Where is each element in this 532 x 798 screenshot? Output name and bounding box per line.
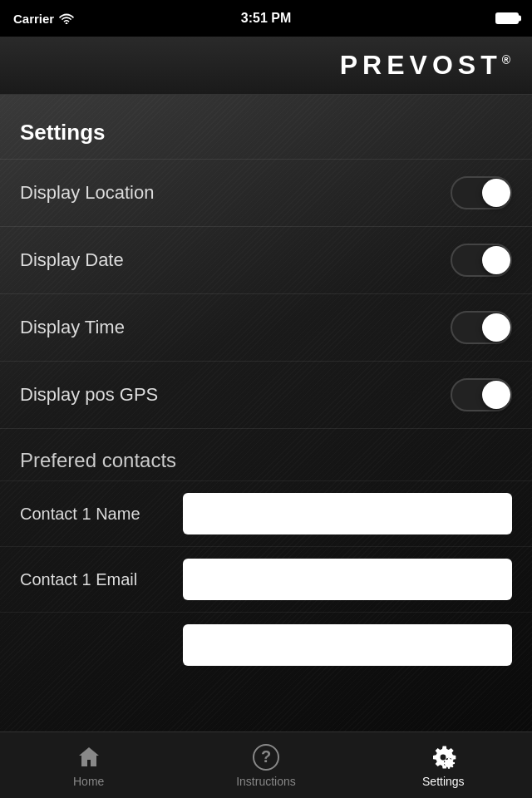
toggle-knob-display-time — [482, 313, 510, 342]
main-content: Settings Display Location Display Date D… — [0, 95, 532, 732]
instructions-icon: ? — [252, 743, 280, 771]
toggle-label-display-time: Display Time — [20, 317, 125, 338]
app-header: PREVOST® — [0, 37, 532, 95]
status-time: 3:51 PM — [241, 11, 291, 26]
contact1-email-row: Contact 1 Email — [0, 546, 532, 612]
contact1-name-row: Contact 1 Name — [0, 480, 532, 546]
tab-settings-label: Settings — [422, 775, 465, 788]
toggle-row-display-pos-gps: Display pos GPS — [0, 361, 532, 428]
carrier-info: Carrier — [13, 12, 74, 26]
tab-home[interactable]: Home — [0, 732, 177, 798]
toggle-knob-display-pos-gps — [482, 381, 510, 409]
home-icon — [75, 743, 103, 771]
toggle-row-display-date: Display Date — [0, 226, 532, 293]
contact1-name-label: Contact 1 Name — [20, 505, 170, 524]
settings-title: Settings — [0, 111, 532, 159]
contact2-input[interactable] — [183, 624, 512, 666]
tab-home-label: Home — [73, 775, 104, 788]
home-svg — [76, 745, 101, 770]
tab-settings[interactable]: Settings — [355, 732, 532, 798]
toggle-label-display-date: Display Date — [20, 249, 124, 271]
toggle-label-display-location: Display Location — [20, 182, 154, 204]
contact2-row — [0, 612, 532, 677]
toggle-row-display-location: Display Location — [0, 159, 532, 226]
contact1-email-input[interactable] — [183, 559, 512, 600]
battery-container — [495, 12, 519, 24]
carrier-label: Carrier — [13, 12, 54, 26]
gear-svg — [429, 743, 457, 771]
contact1-name-input[interactable] — [183, 493, 512, 534]
tab-bar: Home ? Instructions Settings — [0, 732, 532, 798]
toggle-knob-display-location — [482, 179, 510, 207]
tab-instructions[interactable]: ? Instructions — [177, 732, 354, 798]
svg-point-0 — [66, 22, 68, 24]
wifi-icon — [59, 12, 74, 24]
contact1-email-label: Contact 1 Email — [20, 570, 170, 589]
toggle-row-display-time: Display Time — [0, 293, 532, 361]
toggle-knob-display-date — [482, 246, 510, 274]
toggle-display-pos-gps[interactable] — [451, 378, 512, 411]
status-bar: Carrier 3:51 PM — [0, 0, 532, 37]
question-circle: ? — [253, 744, 279, 771]
toggle-display-date[interactable] — [451, 244, 512, 277]
prefered-contacts-header: Prefered contacts — [0, 428, 532, 480]
app-logo: PREVOST® — [340, 50, 515, 81]
battery-icon — [495, 12, 519, 24]
toggle-display-time[interactable] — [451, 311, 512, 344]
tab-instructions-label: Instructions — [236, 775, 296, 788]
settings-icon — [429, 743, 457, 771]
toggle-display-location[interactable] — [451, 176, 512, 209]
toggle-label-display-pos-gps: Display pos GPS — [20, 384, 158, 406]
